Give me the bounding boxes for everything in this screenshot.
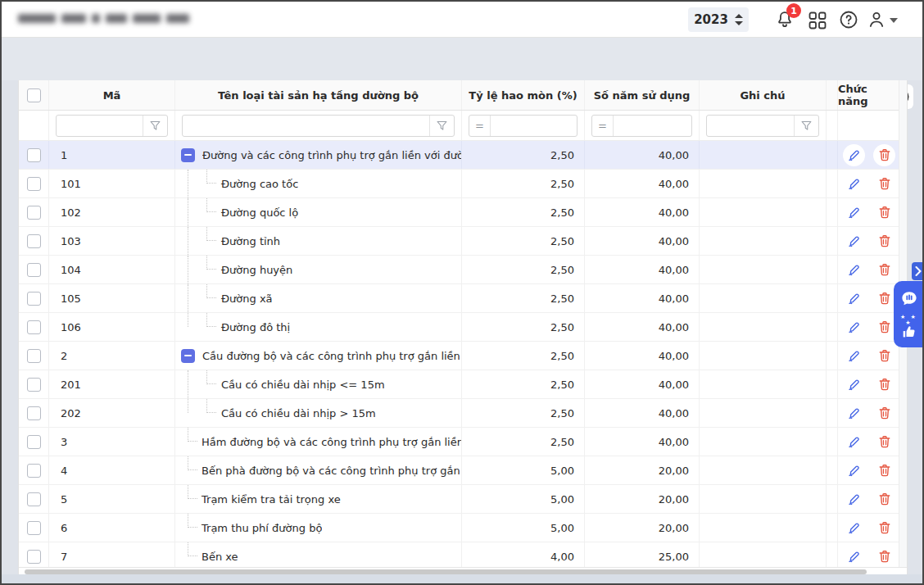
edit-button[interactable] [843, 144, 865, 166]
table-row[interactable]: 5 Trạm kiểm tra tải trọng xe 5,00 20,00 [19, 485, 899, 514]
filter-name-input[interactable] [183, 120, 429, 132]
table-row[interactable]: 4 Bến phà đường bộ và các công trình phụ… [19, 456, 899, 485]
row-checkbox[interactable] [27, 148, 41, 162]
delete-button[interactable] [873, 345, 895, 367]
row-checkbox[interactable] [27, 234, 41, 248]
pencil-edit-icon [847, 549, 862, 564]
edit-button[interactable] [843, 202, 865, 224]
table-row[interactable]: 101 Đường cao tốc 2,50 40,00 [19, 170, 899, 198]
table-row[interactable]: 6 Trạm thu phí đường bộ 5,00 20,00 [19, 514, 899, 542]
delete-button[interactable] [873, 202, 895, 224]
row-checkbox[interactable] [27, 378, 41, 392]
edit-button[interactable] [843, 546, 865, 568]
delete-button[interactable] [873, 316, 895, 338]
delete-button[interactable] [873, 431, 895, 453]
cell-note [700, 370, 827, 398]
pencil-edit-icon [847, 377, 862, 392]
side-panel-expand-tab[interactable] [912, 262, 924, 280]
edit-button[interactable] [843, 460, 865, 482]
delete-button[interactable] [873, 460, 895, 482]
delete-button[interactable] [873, 402, 895, 424]
help-button-top[interactable] [839, 10, 858, 29]
row-checkbox[interactable] [27, 206, 41, 220]
apps-menu-button[interactable] [808, 11, 827, 30]
table-row[interactable]: 201 Cầu có chiều dài nhịp <= 15m 2,50 40… [19, 370, 899, 399]
edit-button[interactable] [843, 402, 865, 424]
filter-years-cell: = [585, 111, 700, 140]
table-row[interactable]: 1 Đường và các công trình phụ trợ gắn li… [19, 141, 899, 170]
edit-button[interactable] [843, 173, 865, 195]
filter-years-input[interactable] [614, 120, 691, 132]
rating-button[interactable]: ★ ★ ★ [899, 317, 920, 342]
row-checkbox[interactable] [27, 550, 41, 564]
year-selector[interactable]: 2023 [688, 7, 749, 32]
row-checkbox[interactable] [27, 464, 41, 478]
cell-rate: 2,50 [462, 428, 585, 456]
edit-button[interactable] [843, 517, 865, 539]
edit-button[interactable] [843, 431, 865, 453]
equals-operator-dropdown[interactable]: = [592, 116, 614, 136]
table-row[interactable]: 105 Đường xã 2,50 40,00 [19, 284, 899, 313]
notification-badge: 1 [786, 3, 801, 18]
filter-funnel-icon[interactable] [429, 116, 454, 136]
collapse-toggle-icon[interactable] [181, 349, 195, 363]
row-checkbox-cell [19, 141, 49, 169]
table-row[interactable]: 3 Hầm đường bộ và các công trình phụ trợ… [19, 428, 899, 456]
edit-button[interactable] [843, 230, 865, 252]
table-row[interactable]: 202 Cầu có chiều dài nhịp > 15m 2,50 40,… [19, 399, 899, 428]
edit-button[interactable] [843, 316, 865, 338]
table-row[interactable]: 2 Cầu đường bộ và các công trình phụ trợ… [19, 342, 899, 370]
survey-bubble-button[interactable] [899, 287, 920, 311]
stars-icon: ★ ★ ★ [899, 315, 920, 326]
row-checkbox[interactable] [27, 320, 41, 334]
select-all-checkbox[interactable] [27, 88, 41, 102]
filter-funnel-icon[interactable] [794, 116, 818, 136]
delete-button[interactable] [873, 173, 895, 195]
delete-button[interactable] [873, 517, 895, 539]
delete-button[interactable] [873, 288, 895, 310]
trash-icon [877, 492, 892, 506]
filter-rate-input[interactable] [491, 120, 577, 132]
row-checkbox[interactable] [27, 263, 41, 277]
row-checkbox[interactable] [27, 435, 41, 449]
edit-button[interactable] [843, 288, 865, 310]
cell-years: 40,00 [585, 198, 700, 226]
cell-spacer [827, 428, 838, 456]
edit-button[interactable] [843, 374, 865, 396]
edit-button[interactable] [843, 345, 865, 367]
user-menu-button[interactable] [867, 10, 886, 29]
row-checkbox[interactable] [27, 406, 41, 420]
table-row[interactable]: 104 Đường huyện 2,50 40,00 [19, 256, 899, 284]
edit-button[interactable] [843, 488, 865, 510]
edit-button[interactable] [843, 259, 865, 281]
delete-button[interactable] [873, 546, 895, 568]
row-checkbox[interactable] [27, 292, 41, 306]
delete-button[interactable] [873, 144, 895, 166]
trash-icon [877, 262, 892, 277]
row-checkbox[interactable] [27, 492, 41, 506]
cell-years: 40,00 [585, 256, 700, 283]
filter-code-input[interactable] [57, 120, 143, 132]
cell-years: 40,00 [585, 428, 700, 456]
table-row[interactable]: 102 Đường quốc lộ 2,50 40,00 [19, 198, 899, 227]
row-checkbox[interactable] [27, 177, 41, 191]
row-checkbox[interactable] [27, 521, 41, 535]
delete-button[interactable] [873, 374, 895, 396]
trash-icon [877, 520, 892, 535]
delete-button[interactable] [873, 259, 895, 281]
row-checkbox[interactable] [27, 349, 41, 363]
user-caret-icon[interactable] [890, 17, 898, 24]
table-row[interactable]: 106 Đường đô thị 2,50 40,00 [19, 313, 899, 342]
equals-operator-dropdown[interactable]: = [469, 116, 491, 136]
table-row[interactable]: 7 Bến xe 4,00 25,00 [19, 542, 899, 567]
tree-guide-line [188, 256, 188, 283]
delete-button[interactable] [873, 230, 895, 252]
delete-button[interactable] [873, 488, 895, 510]
cell-actions [838, 456, 899, 484]
row-checkbox-cell [19, 399, 49, 427]
table-row[interactable]: 103 Đường tỉnh 2,50 40,00 [19, 227, 899, 256]
filter-funnel-icon[interactable] [143, 116, 167, 136]
filter-note-input[interactable] [707, 120, 794, 132]
tree-connector [206, 284, 216, 298]
collapse-toggle-icon[interactable] [181, 148, 195, 162]
